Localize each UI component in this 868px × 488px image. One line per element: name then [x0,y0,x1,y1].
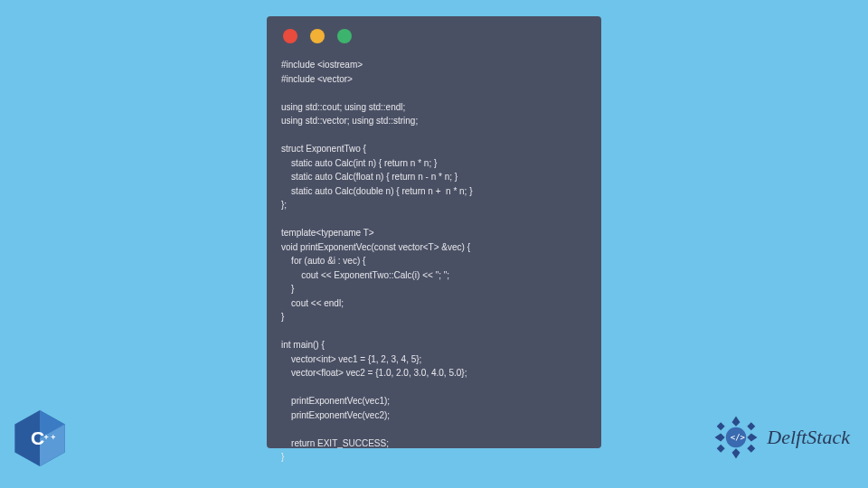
svg-text:+: + [51,433,55,442]
delftstack-logo: </> DelftStack [711,412,850,463]
maximize-icon [337,29,352,43]
cpp-logo-icon: C + + [14,410,65,466]
traffic-lights [283,29,587,43]
svg-text:+: + [43,433,48,442]
close-icon [283,29,297,43]
svg-text:</>: </> [731,433,745,442]
delftstack-label: DelftStack [767,426,850,449]
minimize-icon [310,29,325,43]
delftstack-icon: </> [711,412,761,463]
svg-text:C: C [31,427,44,448]
code-content: #include <iostream> #include <vector> us… [281,58,587,465]
code-window: #include <iostream> #include <vector> us… [267,16,601,448]
